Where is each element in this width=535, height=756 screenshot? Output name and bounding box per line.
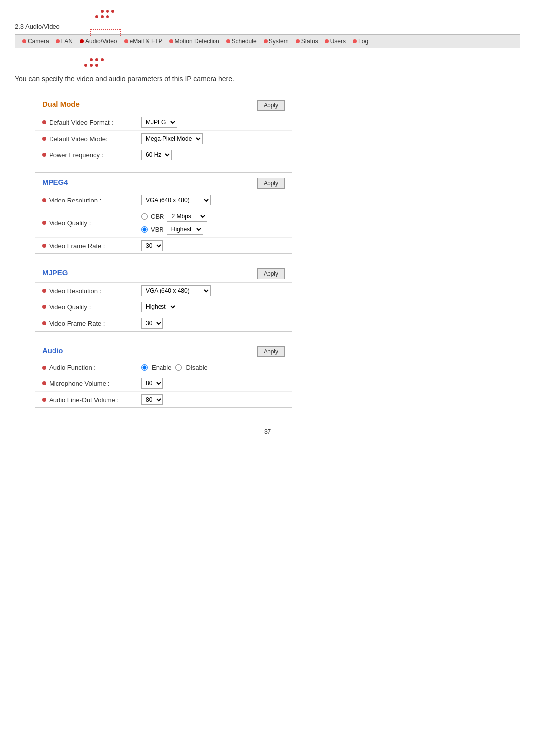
dot-mpeg4-framerate	[42, 244, 46, 248]
audio-apply-button[interactable]: Apply	[257, 346, 285, 357]
intro-text: You can specify the video and audio para…	[15, 75, 520, 83]
nav-item-log[interactable]: Log	[350, 37, 371, 46]
dual-mode-apply-button[interactable]: Apply	[257, 100, 285, 111]
default-video-mode-select[interactable]: Mega-Pixel Mode Standard Mode	[141, 133, 203, 144]
mjpeg-video-quality-select[interactable]: Highest High Medium Low Lowest	[141, 302, 177, 312]
mpeg4-title: MPEG4	[42, 178, 257, 186]
vbr-row: VBR Highest High Medium Low Lowest	[141, 224, 207, 235]
nav-item-schedule[interactable]: Schedule	[223, 37, 260, 46]
mjpeg-video-resolution-label: Video Resolution :	[42, 287, 141, 295]
dot-default-video-format	[42, 120, 46, 124]
nav-item-users[interactable]: Users	[322, 37, 349, 46]
nav-item-audiovideo[interactable]: Audio/Video	[77, 37, 120, 46]
mpeg4-section: MPEG4 Apply Video Resolution : VGA (640 …	[35, 172, 292, 254]
microphone-volume-control: 80 70 60 50 40 30 20 10	[141, 378, 285, 389]
default-video-format-label: Default Video Format :	[42, 119, 141, 126]
nav-dot-audiovideo	[80, 39, 84, 43]
mpeg4-frame-rate-select[interactable]: 30 25 20 15 10 5 1	[141, 240, 163, 251]
mpeg4-frame-rate-control: 30 25 20 15 10 5 1	[141, 240, 285, 251]
dot-audio-function	[42, 366, 46, 370]
nav-item-system[interactable]: System	[261, 37, 292, 46]
mpeg4-video-resolution-control: VGA (640 x 480) QVGA (320 x 240) D1 SXGA	[141, 195, 285, 205]
nav-dot-log	[353, 39, 357, 43]
audio-lineout-volume-control: 80 70 60 50 40 30 20 10	[141, 394, 285, 405]
mjpeg-video-quality-label: Video Quality :	[42, 303, 141, 311]
mjpeg-video-resolution-control: VGA (640 x 480) QVGA (320 x 240)	[141, 285, 285, 296]
mjpeg-video-quality-row: Video Quality : Highest High Medium Low …	[35, 299, 292, 315]
nav-dot-system	[264, 39, 268, 43]
power-frequency-row: Power Frequency : 60 Hz 50 Hz	[35, 147, 292, 163]
nav-dot-camera	[22, 39, 26, 43]
audio-lineout-volume-row: Audio Line-Out Volume : 80 70 60 50 40 3…	[35, 392, 292, 407]
default-video-format-select[interactable]: MJPEG MPEG4	[141, 117, 177, 128]
audio-enable-label: Enable	[152, 364, 171, 371]
audio-lineout-volume-select[interactable]: 80 70 60 50 40 30 20 10	[141, 394, 163, 405]
dot-mpeg4-resolution	[42, 198, 46, 202]
mjpeg-apply-button[interactable]: Apply	[257, 268, 285, 279]
page-number: 37	[15, 428, 520, 435]
dot-mpeg4-quality	[42, 221, 46, 225]
vbr-radio[interactable]	[141, 226, 148, 233]
audio-enable-radio[interactable]	[141, 364, 148, 371]
mjpeg-frame-rate-select[interactable]: 30 25 20 15 10 5 1	[141, 318, 163, 329]
mjpeg-frame-rate-label: Video Frame Rate :	[42, 320, 141, 327]
audio-function-control: Enable Disable	[141, 364, 285, 371]
mpeg4-video-resolution-label: Video Resolution :	[42, 197, 141, 204]
dot-mjpeg-framerate	[42, 321, 46, 325]
cbr-vbr-group: CBR 2 Mbps 1 Mbps 512 Kbps VBR Highest H…	[141, 211, 207, 235]
cbr-radio[interactable]	[141, 213, 148, 220]
nav-dot-status	[296, 39, 300, 43]
mjpeg-header: MJPEG Apply	[35, 263, 292, 283]
nav-dot-emailftp	[124, 39, 128, 43]
nav-bar: Camera LAN Audio/Video eMail & FTP Motio…	[15, 34, 520, 48]
power-frequency-label: Power Frequency :	[42, 151, 141, 159]
mjpeg-section: MJPEG Apply Video Resolution : VGA (640 …	[35, 263, 292, 332]
mpeg4-frame-rate-row: Video Frame Rate : 30 25 20 15 10 5 1	[35, 238, 292, 253]
audio-function-row: Audio Function : Enable Disable	[35, 360, 292, 375]
default-video-format-control: MJPEG MPEG4	[141, 117, 285, 128]
dual-mode-section: Dual Mode Apply Default Video Format : M…	[35, 95, 292, 163]
dual-mode-title: Dual Mode	[42, 100, 257, 108]
mjpeg-video-quality-control: Highest High Medium Low Lowest	[141, 302, 285, 312]
cbr-row: CBR 2 Mbps 1 Mbps 512 Kbps	[141, 211, 207, 222]
nav-item-lan[interactable]: LAN	[53, 37, 76, 46]
mpeg4-apply-button[interactable]: Apply	[257, 178, 285, 189]
mjpeg-video-resolution-row: Video Resolution : VGA (640 x 480) QVGA …	[35, 283, 292, 299]
mpeg4-header: MPEG4 Apply	[35, 173, 292, 192]
default-video-mode-label: Default Video Mode:	[42, 135, 141, 143]
power-frequency-select[interactable]: 60 Hz 50 Hz	[141, 150, 172, 160]
dot-audio-lineout	[42, 398, 46, 402]
nav-item-status[interactable]: Status	[293, 37, 321, 46]
audio-lineout-volume-label: Audio Line-Out Volume :	[42, 396, 141, 403]
power-frequency-control: 60 Hz 50 Hz	[141, 150, 285, 160]
microphone-volume-label: Microphone Volume :	[42, 380, 141, 387]
vbr-value-select[interactable]: Highest High Medium Low Lowest	[167, 224, 203, 235]
mpeg4-frame-rate-label: Video Frame Rate :	[42, 242, 141, 250]
nav-dot-motion	[169, 39, 173, 43]
dot-microphone-volume	[42, 381, 46, 385]
audio-disable-radio[interactable]	[175, 364, 182, 371]
nav-dot-users	[325, 39, 329, 43]
mpeg4-video-resolution-select[interactable]: VGA (640 x 480) QVGA (320 x 240) D1 SXGA	[141, 195, 211, 205]
nav-dot-schedule	[226, 39, 230, 43]
default-video-mode-control: Mega-Pixel Mode Standard Mode	[141, 133, 285, 144]
cbr-value-select[interactable]: 2 Mbps 1 Mbps 512 Kbps	[167, 211, 207, 222]
nav-item-emailftp[interactable]: eMail & FTP	[121, 37, 165, 46]
nav-item-motion[interactable]: Motion Detection	[166, 37, 222, 46]
audio-header: Audio Apply	[35, 341, 292, 360]
microphone-volume-select[interactable]: 80 70 60 50 40 30 20 10	[141, 378, 163, 389]
dual-mode-header: Dual Mode Apply	[35, 95, 292, 114]
microphone-volume-row: Microphone Volume : 80 70 60 50 40 30 20…	[35, 375, 292, 392]
audio-function-label-text: Audio Function :	[49, 364, 96, 371]
nav-dot-lan	[56, 39, 60, 43]
dot-power-frequency	[42, 153, 46, 157]
default-video-mode-row: Default Video Mode: Mega-Pixel Mode Stan…	[35, 131, 292, 147]
audio-section: Audio Apply Audio Function : Enable Disa…	[35, 341, 292, 408]
mjpeg-title: MJPEG	[42, 268, 257, 277]
dot-default-video-mode	[42, 137, 46, 141]
cbr-label: CBR	[151, 213, 164, 220]
vbr-label: VBR	[151, 226, 164, 233]
mjpeg-video-resolution-select[interactable]: VGA (640 x 480) QVGA (320 x 240)	[141, 285, 211, 296]
audio-disable-label: Disable	[186, 364, 207, 371]
nav-item-camera[interactable]: Camera	[19, 37, 52, 46]
